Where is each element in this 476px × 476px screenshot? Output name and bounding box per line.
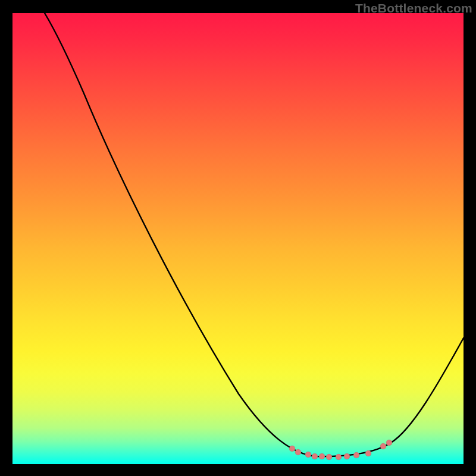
curve-marker [295,449,301,455]
curve-marker [386,440,392,446]
curve-marker [305,452,311,458]
curve-marker [365,450,371,456]
watermark-text: TheBottleneck.com [355,1,472,15]
bottleneck-curve [12,13,464,464]
curve-marker [380,443,386,449]
curve-marker [344,453,350,459]
curve-marker [319,453,325,459]
curve-marker [312,453,318,459]
curve-marker [353,452,359,458]
curve-marker [336,454,342,460]
curve-path [45,13,464,456]
chart-plot-area [12,13,464,464]
curve-marker [289,446,295,452]
curve-marker [326,454,332,460]
